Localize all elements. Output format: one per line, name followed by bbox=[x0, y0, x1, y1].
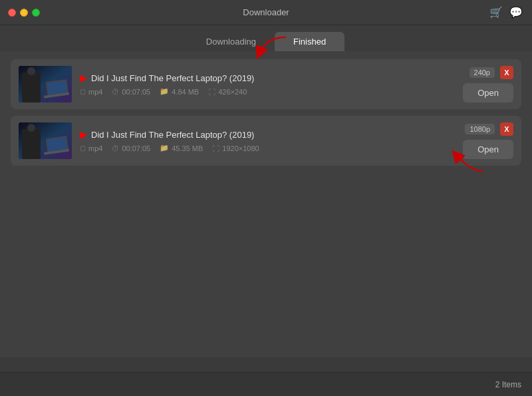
traffic-lights bbox=[8, 9, 40, 17]
tab-downloading[interactable]: Downloading bbox=[188, 32, 275, 51]
app-title: Downloader bbox=[243, 7, 289, 17]
download-item-2: ▶ Did I Just Find The Perfect Laptop? (2… bbox=[11, 116, 521, 166]
youtube-icon-2: ▶ bbox=[80, 129, 87, 140]
resolution-value-2: 1920×1080 bbox=[222, 144, 259, 152]
item-info-1: ▶ Did I Just Find The Perfect Laptop? (2… bbox=[80, 73, 455, 96]
item-title-2: Did I Just Find The Perfect Laptop? (201… bbox=[91, 130, 254, 140]
svg-rect-9 bbox=[22, 129, 41, 159]
duration-meta-1: ⏱ 00:07:05 bbox=[112, 88, 150, 96]
resolution-meta-1: ⛶ 426×240 bbox=[208, 88, 247, 96]
close-button-1[interactable]: X bbox=[500, 66, 513, 79]
item-meta-1: ◻ mp4 ⏱ 00:07:05 📁 4.84 MB ⛶ 426×240 bbox=[80, 87, 455, 96]
svg-point-10 bbox=[27, 124, 35, 132]
size-meta-2: 📁 45.35 MB bbox=[160, 144, 203, 152]
minimize-traffic-light[interactable] bbox=[20, 9, 28, 17]
item-actions-2: 1080p X Open bbox=[458, 122, 513, 159]
items-count: 2 Items bbox=[495, 380, 521, 389]
file-icon-2: ◻ bbox=[80, 144, 86, 152]
size-meta-1: 📁 4.84 MB bbox=[160, 87, 199, 96]
resolution-meta-2: ⛶ 1920×1080 bbox=[212, 144, 259, 152]
statusbar: 2 Items bbox=[0, 372, 532, 396]
resolution-value-1: 426×240 bbox=[218, 88, 247, 96]
open-button-2[interactable]: Open bbox=[463, 140, 513, 159]
tab-finished[interactable]: Finished bbox=[275, 32, 344, 51]
svg-point-3 bbox=[27, 67, 35, 75]
format-value-2: mp4 bbox=[88, 144, 102, 152]
close-traffic-light[interactable] bbox=[8, 9, 16, 17]
titlebar: Downloader 🛒 💬 bbox=[0, 0, 532, 25]
download-item-1: ▶ Did I Just Find The Perfect Laptop? (2… bbox=[11, 59, 521, 109]
folder-icon-1: 📁 bbox=[160, 87, 169, 96]
item-actions-1: 240p X Open bbox=[463, 66, 513, 102]
content-area: ▶ Did I Just Find The Perfect Laptop? (2… bbox=[0, 51, 532, 357]
duration-value-1: 00:07:05 bbox=[122, 88, 150, 96]
clock-icon-1: ⏱ bbox=[112, 88, 119, 96]
quality-badge-1: 240p bbox=[469, 67, 495, 78]
size-value-1: 4.84 MB bbox=[172, 88, 199, 96]
open-button-1[interactable]: Open bbox=[463, 83, 513, 102]
svg-rect-2 bbox=[22, 73, 41, 102]
maximize-traffic-light[interactable] bbox=[32, 9, 40, 17]
item-info-2: ▶ Did I Just Find The Perfect Laptop? (2… bbox=[80, 129, 450, 152]
item-thumbnail-2 bbox=[19, 122, 72, 159]
cart-icon[interactable]: 🛒 bbox=[489, 6, 503, 19]
chat-icon[interactable]: 💬 bbox=[509, 6, 523, 19]
format-meta-1: ◻ mp4 bbox=[80, 87, 102, 96]
youtube-icon-1: ▶ bbox=[80, 73, 87, 83]
item-title-1: Did I Just Find The Perfect Laptop? (201… bbox=[91, 73, 254, 83]
folder-icon-2: 📁 bbox=[160, 144, 169, 152]
close-button-2[interactable]: X bbox=[500, 122, 513, 136]
format-value-1: mp4 bbox=[88, 88, 102, 96]
titlebar-icons: 🛒 💬 bbox=[489, 6, 523, 19]
tabbar: Downloading Finished bbox=[0, 25, 532, 51]
duration-meta-2: ⏱ 00:07:05 bbox=[112, 144, 150, 152]
res-icon-2: ⛶ bbox=[212, 144, 219, 152]
clock-icon-2: ⏱ bbox=[112, 144, 119, 152]
item-thumbnail-1 bbox=[19, 66, 72, 102]
size-value-2: 45.35 MB bbox=[172, 144, 203, 152]
duration-value-2: 00:07:05 bbox=[122, 144, 150, 152]
res-icon-1: ⛶ bbox=[208, 88, 215, 96]
item-meta-2: ◻ mp4 ⏱ 00:07:05 📁 45.35 MB ⛶ 1920×1080 bbox=[80, 144, 450, 152]
quality-badge-2: 1080p bbox=[465, 124, 495, 134]
format-meta-2: ◻ mp4 bbox=[80, 144, 102, 152]
file-icon-1: ◻ bbox=[80, 87, 86, 96]
